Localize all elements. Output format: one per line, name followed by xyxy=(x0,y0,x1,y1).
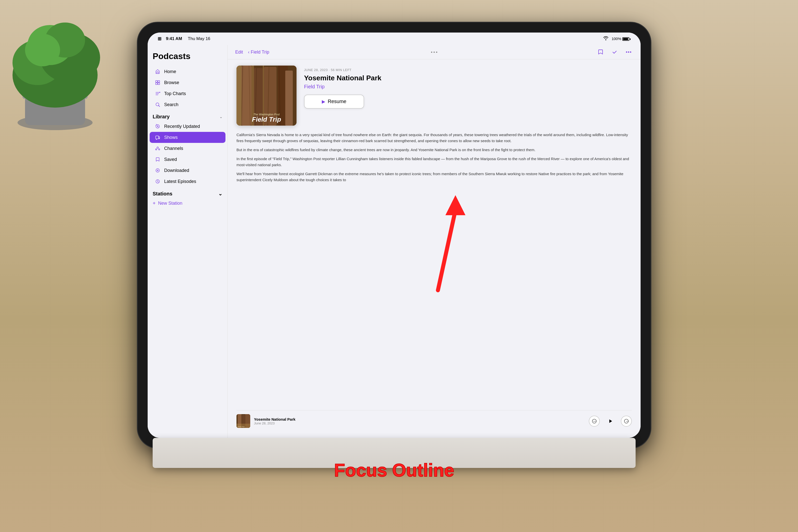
episode-date-info: JUNE 28, 2023 · 56 MIN LEFT xyxy=(304,68,632,72)
nav-right-icons xyxy=(596,48,633,57)
sidebar-item-downloaded-label: Downloaded xyxy=(164,168,189,173)
svg-point-20 xyxy=(157,126,158,127)
artwork-inner: The Washington Post Field Trip xyxy=(236,65,297,126)
sidebar-item-search-label: Search xyxy=(164,102,178,107)
svg-rect-21 xyxy=(156,136,159,139)
sidebar-item-latest-episodes[interactable]: Latest Episodes xyxy=(150,176,226,187)
stations-section-header: Stations ⌄ xyxy=(148,187,227,198)
search-icon xyxy=(155,101,160,108)
bottom-episode-date: June 28, 2023 xyxy=(254,421,585,425)
play-button[interactable] xyxy=(605,416,616,426)
wifi-icon xyxy=(603,36,609,41)
ipad-device: ⊞ 9:41 AM Thu May 16 100% xyxy=(138,22,651,448)
battery-percent: 100% xyxy=(612,37,621,41)
status-right-icons: 100% xyxy=(603,36,631,41)
back-label: Field Trip xyxy=(251,50,269,55)
stations-section-label: Stations xyxy=(153,191,172,197)
library-chevron-icon[interactable]: ⌄ xyxy=(220,115,223,119)
episode-artwork: The Washington Post Field Trip xyxy=(236,65,297,126)
sidebar-item-recently-updated[interactable]: Recently Updated xyxy=(150,121,226,132)
svg-point-23 xyxy=(156,139,157,140)
library-section-header: Library ⌄ xyxy=(148,110,227,121)
svg-line-18 xyxy=(159,106,160,107)
status-bar: ⊞ 9:41 AM Thu May 16 100% xyxy=(148,33,641,45)
library-section-label: Library xyxy=(153,114,170,120)
bottom-episode-info: Yosemite National Park June 28, 2023 xyxy=(254,417,585,425)
sidebar-item-saved[interactable]: Saved xyxy=(150,154,226,165)
channels-icon xyxy=(155,146,160,151)
back-button[interactable]: ‹ Field Trip xyxy=(248,50,269,55)
sidebar-toggle-icon[interactable]: ⊞ xyxy=(158,36,162,41)
playback-controls: ⟵ xyxy=(589,416,632,426)
new-station-button[interactable]: + New Station xyxy=(148,198,227,209)
browse-icon xyxy=(155,80,160,86)
bottom-episode-title: Yosemite National Park xyxy=(254,417,585,421)
resume-label: Resume xyxy=(328,99,346,104)
description-para-4: We'll hear from Yosemite forest ecologis… xyxy=(236,171,632,183)
sidebar-item-home-label: Home xyxy=(164,69,176,74)
svg-rect-10 xyxy=(158,80,160,82)
sidebar-item-search[interactable]: Search xyxy=(150,99,226,110)
downloaded-icon xyxy=(155,167,160,173)
sidebar-item-shows-label: Shows xyxy=(164,135,178,140)
svg-point-25 xyxy=(156,149,157,150)
bookmark-button[interactable] xyxy=(596,48,605,57)
sidebar-item-channels-label: Channels xyxy=(164,146,183,151)
app-layout: Podcasts Home xyxy=(148,45,641,438)
nav-dot-1 xyxy=(431,52,432,53)
home-icon xyxy=(155,69,160,75)
sidebar-title: Podcasts xyxy=(148,51,227,66)
sidebar-item-latest-episodes-label: Latest Episodes xyxy=(164,179,196,184)
more-options-button[interactable] xyxy=(624,48,633,57)
saved-icon xyxy=(155,156,160,163)
description-para-3: In the first episode of "Field Trip," Wa… xyxy=(236,156,632,168)
sidebar-item-browse-label: Browse xyxy=(164,80,179,85)
sidebar-item-channels[interactable]: Channels xyxy=(150,143,226,154)
svg-rect-12 xyxy=(158,83,160,84)
svg-point-24 xyxy=(157,147,158,148)
episode-title: Yosemite National Park xyxy=(304,74,632,82)
new-station-plus-icon: + xyxy=(153,201,156,206)
description-para-1: California's Sierra Nevada is home to a … xyxy=(236,132,632,144)
svg-text:Field Trip: Field Trip xyxy=(237,426,245,428)
checkmark-button[interactable] xyxy=(610,48,619,57)
edit-button[interactable]: Edit xyxy=(235,50,243,55)
ipad-outer-frame: ⊞ 9:41 AM Thu May 16 100% xyxy=(138,22,651,448)
svg-point-26 xyxy=(159,149,160,150)
svg-point-31 xyxy=(630,52,631,53)
description-para-2: But in the era of catastrophic wildfires… xyxy=(236,147,632,153)
sidebar-item-recently-updated-label: Recently Updated xyxy=(164,124,200,129)
sidebar-item-downloaded[interactable]: Downloaded xyxy=(150,165,226,176)
svg-text:⟶: ⟶ xyxy=(626,420,629,422)
nav-bar: Edit ‹ Field Trip xyxy=(228,45,641,59)
sidebar-item-top-charts[interactable]: Top Charts xyxy=(150,88,226,99)
svg-point-22 xyxy=(159,138,160,139)
latest-episodes-icon xyxy=(155,178,160,185)
resume-button[interactable]: ▶ Resume xyxy=(304,95,364,109)
sidebar-item-shows[interactable]: Shows xyxy=(150,132,226,143)
shows-icon xyxy=(155,134,160,140)
resume-play-icon: ▶ xyxy=(322,99,325,104)
bottom-episode-row: Field Trip Yosemite National Park June 2… xyxy=(236,410,632,432)
svg-point-8 xyxy=(25,34,60,66)
status-date: Thu May 16 xyxy=(188,36,210,41)
episode-top-section: The Washington Post Field Trip JUNE 28, … xyxy=(236,65,632,126)
skip-forward-button[interactable]: ⟶ xyxy=(621,416,632,426)
ipad-screen: ⊞ 9:41 AM Thu May 16 100% xyxy=(148,33,641,438)
bottom-episode-artwork: Field Trip xyxy=(236,414,250,428)
top-charts-icon xyxy=(155,91,160,97)
nav-dot-3 xyxy=(436,52,437,53)
svg-rect-11 xyxy=(156,83,157,84)
sidebar-item-home[interactable]: Home xyxy=(150,66,226,77)
stations-chevron-icon[interactable]: ⌄ xyxy=(218,191,223,197)
artwork-title-text: Field Trip xyxy=(236,116,297,123)
sidebar-item-browse[interactable]: Browse xyxy=(150,77,226,88)
rewind-button[interactable]: ⟵ xyxy=(589,416,600,426)
svg-point-29 xyxy=(626,52,627,53)
resume-btn-wrapper: ▶ Resume xyxy=(304,95,632,109)
svg-point-16 xyxy=(159,92,160,93)
sidebar-item-saved-label: Saved xyxy=(164,157,177,162)
sidebar: Podcasts Home xyxy=(148,45,228,438)
episode-meta: JUNE 28, 2023 · 56 MIN LEFT Yosemite Nat… xyxy=(304,65,632,126)
episode-show-name: Field Trip xyxy=(304,84,632,90)
